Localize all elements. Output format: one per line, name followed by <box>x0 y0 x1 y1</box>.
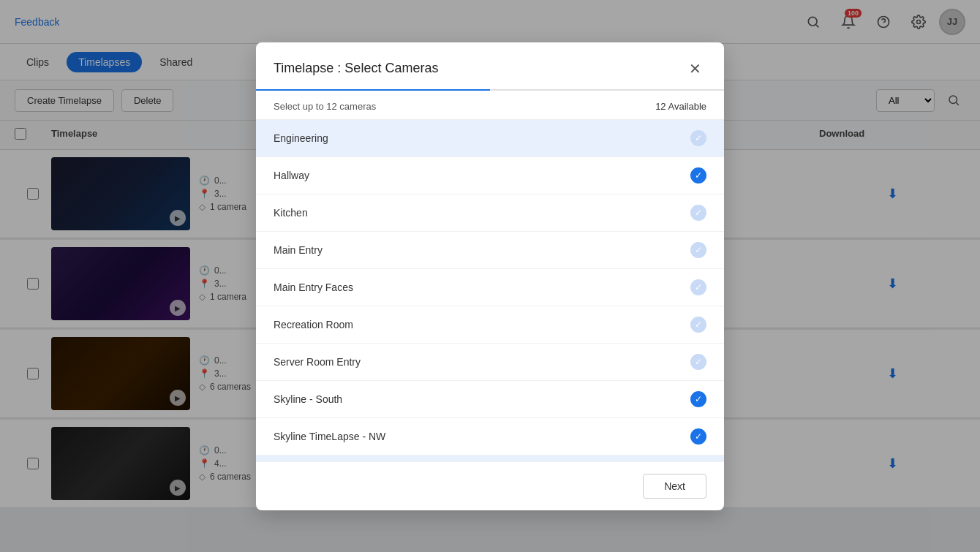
camera-item-engineering[interactable]: Engineering ✓ <box>256 120 724 157</box>
camera-name: Main Entry Faces <box>274 281 353 293</box>
camera-name: Main Entry <box>274 244 323 256</box>
camera-item-main-entry[interactable]: Main Entry ✓ <box>256 232 724 269</box>
camera-name: Kitchen <box>274 207 308 219</box>
camera-name: Server Room Entry <box>274 356 361 368</box>
camera-item-recreation-room[interactable]: Recreation Room ✓ <box>256 306 724 344</box>
camera-check-main-entry-faces: ✓ <box>690 279 706 295</box>
camera-check-server-room-entry: ✓ <box>690 354 706 370</box>
camera-item-main-entry-faces[interactable]: Main Entry Faces ✓ <box>256 269 724 306</box>
modal-close-button[interactable]: ✕ <box>683 57 706 80</box>
camera-item-server-room-entry[interactable]: Server Room Entry ✓ <box>256 344 724 381</box>
camera-list: Engineering ✓ Hallway ✓ Kitchen ✓ Main E… <box>256 119 724 461</box>
select-cameras-modal: Timelapse : Select Cameras ✕ Select up t… <box>256 42 724 510</box>
camera-item-oakland-hq[interactable]: Oakland HQ ✓ <box>256 455 724 461</box>
modal-footer: Next <box>256 461 724 510</box>
camera-name: Engineering <box>274 132 328 144</box>
camera-name: Hallway <box>274 170 309 181</box>
available-count: 12 Available <box>655 101 706 112</box>
camera-check-kitchen: ✓ <box>690 205 706 221</box>
next-button[interactable]: Next <box>643 474 706 499</box>
camera-name: Skyline - South <box>274 393 342 405</box>
camera-check-main-entry: ✓ <box>690 242 706 258</box>
camera-item-kitchen[interactable]: Kitchen ✓ <box>256 194 724 232</box>
camera-item-skyline-nw[interactable]: Skyline TimeLapse - NW ✓ <box>256 418 724 455</box>
camera-name: Recreation Room <box>274 319 353 330</box>
camera-check-recreation-room: ✓ <box>690 317 706 333</box>
camera-check-skyline-nw: ✓ <box>690 428 706 445</box>
modal-title: Timelapse : Select Cameras <box>274 61 438 76</box>
camera-name: Skyline TimeLapse - NW <box>274 431 385 442</box>
camera-item-hallway[interactable]: Hallway ✓ <box>256 157 724 194</box>
select-instruction: Select up to 12 cameras <box>274 101 376 112</box>
modal-header: Timelapse : Select Cameras ✕ <box>256 42 724 80</box>
camera-check-hallway: ✓ <box>690 167 706 184</box>
camera-check-engineering: ✓ <box>690 130 706 146</box>
camera-check-skyline-south: ✓ <box>690 391 706 407</box>
modal-overlay: Timelapse : Select Cameras ✕ Select up t… <box>0 0 980 552</box>
modal-info-bar: Select up to 12 cameras 12 Available <box>256 91 724 119</box>
camera-item-skyline-south[interactable]: Skyline - South ✓ <box>256 381 724 418</box>
